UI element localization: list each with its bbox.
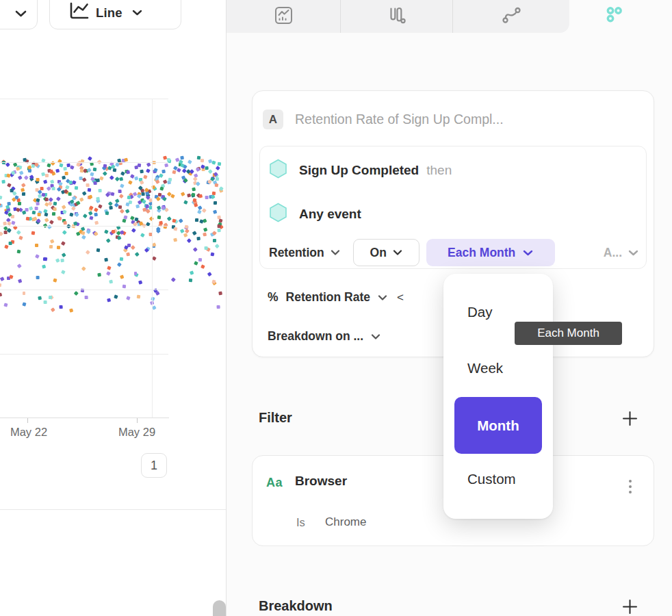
menu-item-week[interactable]: Week: [467, 360, 503, 376]
scatter-point: [22, 192, 25, 195]
scatter-point: [106, 238, 110, 242]
scatter-point: [182, 168, 186, 172]
scatter-point: [218, 229, 221, 232]
chevron-down-icon: [378, 295, 387, 300]
scatter-point: [48, 201, 52, 205]
scatter-point: [27, 169, 31, 172]
menu-item-month-selected[interactable]: Month: [454, 397, 542, 454]
scatter-point: [80, 168, 83, 172]
tab-retention-active[interactable]: [589, 0, 640, 33]
scatter-point: [110, 192, 114, 196]
scatter-point: [134, 272, 138, 275]
scatter-point: [38, 213, 41, 216]
percent-prefix: %: [268, 290, 279, 305]
on-dropdown-button[interactable]: On: [353, 239, 419, 266]
gridline: [0, 226, 168, 227]
scatter-point: [21, 188, 25, 192]
scatter-point: [106, 271, 110, 275]
scatter-point: [210, 253, 214, 257]
chart-type-dropdown[interactable]: Line: [49, 0, 181, 29]
scatter-point: [181, 156, 184, 159]
filter-operator[interactable]: Is: [296, 516, 305, 529]
tab-flow[interactable]: [452, 0, 569, 33]
gridline-vertical: [152, 99, 153, 418]
add-filter-button[interactable]: [620, 410, 639, 429]
filter-property-name[interactable]: Browser: [295, 474, 347, 489]
scatter-point: [109, 280, 113, 283]
scatter-point: [44, 213, 48, 217]
scatter-point: [18, 202, 21, 205]
event-step-return[interactable]: Any event: [269, 203, 369, 225]
scatter-point: [187, 193, 191, 197]
scatter-point: [155, 291, 159, 295]
filter-value[interactable]: Chrome: [325, 515, 366, 529]
string-property-icon: Aa: [266, 476, 283, 490]
scatter-point: [117, 235, 121, 240]
scatter-point: [198, 258, 202, 261]
scatter-point: [195, 218, 198, 222]
scatter-point: [120, 177, 124, 181]
breakdown-on-dropdown[interactable]: Breakdown on ...: [268, 329, 380, 344]
scatter-point: [59, 163, 63, 167]
scatter-point: [177, 168, 181, 172]
scatter-point: [183, 200, 188, 204]
tab-bar-chart[interactable]: [340, 0, 452, 33]
scatter-point: [109, 206, 113, 209]
each-month-dropdown-open[interactable]: Each Month: [426, 239, 555, 266]
scatter-point: [196, 167, 200, 171]
scatter-point: [90, 172, 94, 177]
scatter-point: [45, 174, 49, 177]
scatter-point: [56, 245, 60, 248]
kebab-menu-button[interactable]: [623, 473, 637, 500]
event-step-first[interactable]: Sign Up Completed then: [269, 159, 452, 181]
scatter-point: [127, 170, 130, 174]
event-suffix: then: [426, 163, 452, 178]
scatter-point: [62, 230, 66, 234]
scatter-point: [159, 220, 162, 224]
scatter-point: [3, 231, 7, 234]
scrollbar-thumb[interactable]: [213, 600, 226, 616]
scatter-point: [213, 239, 216, 242]
truncated-dropdown[interactable]: A...: [604, 246, 638, 260]
measure-label: Retention Rate: [286, 290, 370, 305]
truncated-dropdown-label: A...: [604, 246, 622, 260]
scatter-point: [98, 189, 101, 192]
pagination-page-button[interactable]: 1: [141, 453, 167, 478]
scatter-point: [131, 228, 135, 232]
measure-dropdown[interactable]: % Retention Rate <: [268, 290, 404, 305]
scatter-point: [94, 231, 98, 235]
scatter-point: [137, 194, 141, 198]
menu-item-day[interactable]: Day: [467, 304, 492, 320]
x-axis-line: [0, 418, 169, 418]
scatter-point: [43, 223, 47, 227]
scatter-point: [137, 164, 140, 167]
x-axis-tick: [27, 418, 28, 423]
scatter-point: [218, 224, 221, 228]
menu-item-custom[interactable]: Custom: [467, 471, 516, 487]
chart-type-label: Line: [96, 5, 122, 21]
scatter-point: [203, 227, 207, 231]
scatter-point: [214, 201, 217, 205]
scatter-point: [2, 179, 5, 183]
scatter-point: [55, 168, 60, 172]
scatter-point: [89, 194, 93, 198]
plus-icon: [622, 411, 638, 429]
scatter-point: [133, 192, 137, 196]
scatter-point: [164, 164, 168, 168]
scatter-point: [134, 177, 138, 181]
retention-type-label: Retention: [269, 246, 324, 260]
scatter-point: [52, 187, 55, 190]
scatter-point: [85, 295, 88, 298]
collapsed-dropdown-button[interactable]: [0, 0, 38, 29]
add-breakdown-button[interactable]: [620, 598, 639, 616]
retention-controls-row: Retention On Each Month: [269, 239, 638, 266]
scatter-point: [36, 254, 40, 258]
scatter-plot: [0, 0, 225, 428]
chevron-down-icon: [628, 250, 638, 256]
retention-type-dropdown[interactable]: Retention: [269, 246, 340, 260]
scatter-point: [201, 264, 205, 268]
breakdown-on-label: Breakdown on ...: [268, 329, 363, 344]
tab-line-chart[interactable]: [227, 0, 340, 33]
scatter-point: [140, 233, 144, 237]
query-title[interactable]: Retention Rate of Sign Up Compl...: [295, 112, 504, 127]
